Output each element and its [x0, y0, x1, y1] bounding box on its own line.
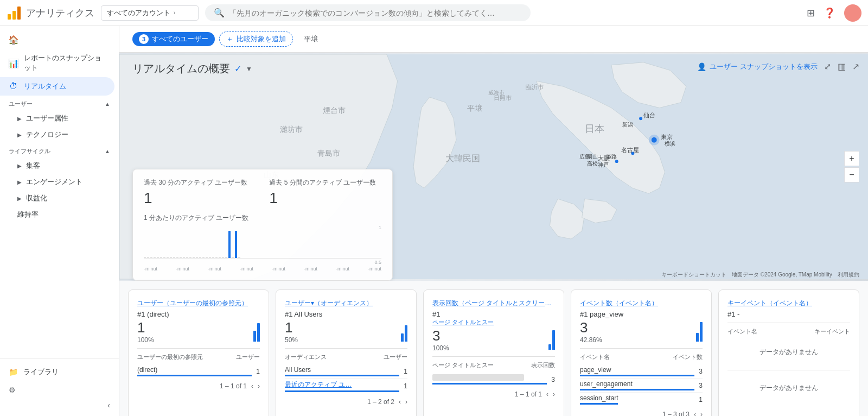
- search-input[interactable]: [229, 9, 522, 17]
- user-snapshot-btn[interactable]: 👤 ユーザー スナップショットを表示: [697, 62, 818, 72]
- chart-type-icon[interactable]: ▥: [838, 61, 846, 72]
- expand-icon[interactable]: ⤢: [824, 61, 831, 72]
- sidebar-item-monetization[interactable]: ▶ 収益化: [0, 190, 119, 206]
- sidebar-item-retention[interactable]: 維持率: [0, 206, 119, 223]
- sidebar-item-snapshot[interactable]: 📊 レポートのスナップショット: [0, 49, 114, 77]
- all-users-filter-chip[interactable]: 3 すべてのユーザー: [132, 32, 215, 46]
- card3-prev-btn[interactable]: ‹: [546, 390, 548, 398]
- search-bar[interactable]: 🔍: [205, 4, 531, 21]
- user-section-label: ユーザー: [9, 100, 33, 108]
- card2-row2: 最近のアクティブ ユ… 1: [285, 379, 407, 394]
- zoom-in-btn[interactable]: +: [844, 151, 859, 166]
- card1-pagination: 1 – 1 of 1 ‹ ›: [137, 382, 260, 390]
- card1-next-btn[interactable]: ›: [258, 382, 260, 390]
- add-comparison-label: 比較対象を追加: [237, 34, 286, 44]
- page-title-dropdown[interactable]: ▼: [246, 65, 252, 73]
- card3-row1-value: 3: [551, 376, 555, 383]
- lifecycle-section-header[interactable]: ライフサイクル ▲: [0, 143, 119, 157]
- card4-row2-bar: [580, 389, 694, 390]
- filter-bar: 3 すべてのユーザー ＋ 比較対象を追加 平壌: [119, 26, 868, 53]
- card5-title[interactable]: キーイベント（イベント名）: [727, 299, 850, 308]
- user-attributes-label: ユーザー属性: [26, 114, 68, 123]
- card-user-audience: ユーザー▾（オーディエンス） #1 All Users 1 50%: [276, 289, 417, 416]
- sidebar-item-library[interactable]: 📁 ライブラリ: [0, 363, 114, 381]
- monetization-label: 収益化: [26, 193, 47, 203]
- card2-row2-label[interactable]: 最近のアクティブ ユ…: [285, 380, 399, 389]
- card3-next-btn[interactable]: ›: [553, 390, 555, 398]
- chart-bar-active: [228, 231, 231, 258]
- card3-title[interactable]: 表示回数（ページ タイトルとスクリーン名）: [432, 299, 555, 308]
- sidebar: 🏠 📊 レポートのスナップショット ⏱ リアルタイム ユーザー ▲ ▶ ユーザー…: [0, 26, 119, 416]
- user-section-header[interactable]: ユーザー ▲: [0, 96, 119, 110]
- plus-icon: ＋: [226, 34, 233, 44]
- snapshot-label: レポートのスナップショット: [24, 53, 106, 73]
- card4-pagination: 1 – 3 of 3 ‹ ›: [580, 411, 703, 416]
- card3-title-link[interactable]: ページ タイトルとスクリーン名: [465, 299, 555, 307]
- card1-title[interactable]: ユーザー（ユーザーの最初の参照元）: [137, 299, 260, 308]
- card4-title[interactable]: イベント数（イベント名）: [580, 299, 703, 308]
- chart-bar: [209, 257, 211, 258]
- card1-prev-btn[interactable]: ‹: [251, 382, 253, 390]
- sidebar-item-acquisition[interactable]: ▶ 集客: [0, 157, 119, 174]
- sidebar-item-user-attributes[interactable]: ▶ ユーザー属性: [0, 110, 119, 127]
- card2-title[interactable]: ユーザー▾（オーディエンス）: [285, 299, 407, 308]
- stat-5min: 過去 5 分間のアクティブ ユーザー数 1: [269, 178, 376, 207]
- card1-col1: ユーザーの最初の参照元: [137, 353, 203, 361]
- share-icon[interactable]: ↗: [852, 61, 859, 72]
- svg-text:横浜: 横浜: [665, 141, 675, 147]
- card4-col2: イベント数: [673, 353, 703, 361]
- card1-row1-label: (direct): [137, 366, 252, 374]
- app-title: アナリティクス: [26, 7, 94, 20]
- snapshot-icon: 📊: [9, 58, 18, 68]
- card3-pagination: 1 – 1 of 1 ‹ ›: [432, 390, 555, 398]
- sidebar-item-realtime[interactable]: ⏱ リアルタイム: [0, 77, 114, 96]
- svg-text:日本: 日本: [585, 123, 604, 134]
- card4-row2-label: user_engagement: [580, 380, 694, 388]
- card3-pagination-text: 1 – 1 of 1: [515, 390, 542, 398]
- chart-bar: [219, 257, 221, 258]
- sidebar-item-technology[interactable]: ▶ テクノロジー: [0, 127, 119, 143]
- mini-chart: [144, 231, 381, 259]
- chevron-right-icon2: ▶: [17, 132, 22, 138]
- collapse-sidebar-btn[interactable]: ‹: [103, 399, 114, 412]
- home-icon: 🏠: [9, 35, 18, 45]
- card3-rank-label[interactable]: ページ タイトルとスー: [432, 318, 555, 326]
- card4-row3-value: 1: [699, 396, 703, 404]
- account-selector[interactable]: すべてのアカウント ›: [101, 5, 199, 21]
- card4-percent: 42.86%: [580, 336, 602, 344]
- chart-bar: [215, 257, 218, 258]
- help-icon[interactable]: ❓: [824, 7, 835, 19]
- add-comparison-btn[interactable]: ＋ 比較対象を追加: [219, 31, 293, 47]
- card2-bar2: [405, 325, 407, 342]
- snapshot-btn-icon: 👤: [697, 62, 706, 71]
- card4-row3-label: session_start: [580, 394, 694, 402]
- card4-pagination-text: 1 – 3 of 3: [662, 411, 690, 416]
- chart-y-max: 1: [379, 225, 381, 230]
- page-title-container: リアルタイムの概要 ✓ ▼: [132, 61, 252, 76]
- card4-prev-btn[interactable]: ‹: [694, 411, 696, 416]
- chart-bar: [147, 257, 149, 258]
- card4-next-btn[interactable]: ›: [700, 411, 703, 416]
- card4-row2: user_engagement 3: [580, 379, 703, 393]
- card2-next-btn[interactable]: ›: [405, 398, 407, 406]
- top-bar-right: ⊞ ❓: [807, 4, 861, 22]
- chart-y-mid-label: 0.5: [144, 260, 381, 265]
- chevron-acquisition: ▶: [17, 163, 22, 169]
- card1-header: ユーザーの最初の参照元 ユーザー: [137, 353, 260, 361]
- card2-bar1: [401, 333, 404, 342]
- grid-icon[interactable]: ⊞: [807, 7, 815, 19]
- card2-header: オーディエンス ユーザー: [285, 353, 407, 361]
- card2-prev-btn[interactable]: ‹: [399, 398, 401, 406]
- card5-table: イベント名 キーイベント: [727, 327, 850, 336]
- svg-text:東京: 東京: [661, 134, 673, 140]
- main-content: 3 すべてのユーザー ＋ 比較対象を追加 平壌: [119, 26, 868, 416]
- sidebar-item-settings[interactable]: ⚙: [0, 381, 114, 399]
- zoom-out-btn[interactable]: −: [844, 167, 859, 182]
- sidebar-item-home[interactable]: 🏠: [0, 30, 114, 49]
- card3-bar2: [552, 330, 555, 350]
- avatar[interactable]: [844, 4, 861, 22]
- sidebar-item-engagement[interactable]: ▶ エンゲージメント: [0, 174, 119, 190]
- chart-bar: [212, 257, 214, 258]
- chart-bar: [170, 257, 172, 258]
- chart-y-labels: 1: [144, 225, 381, 230]
